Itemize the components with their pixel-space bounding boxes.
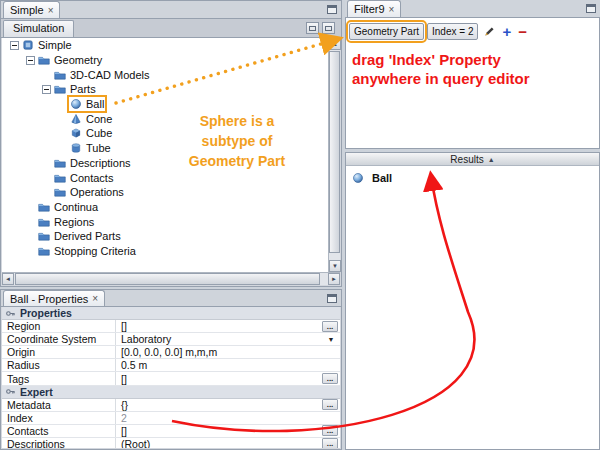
property-value[interactable]: 0.5 m <box>116 359 322 371</box>
tab-simulation[interactable]: Simulation <box>3 20 74 37</box>
tab-simple-label: Simple <box>10 4 44 16</box>
scrollbar-thumb[interactable] <box>15 273 320 285</box>
sphere-icon <box>70 98 82 110</box>
add-filter-icon[interactable]: + <box>502 25 511 38</box>
scrollbar-track[interactable] <box>14 273 328 285</box>
query-chip-geometry-part[interactable]: Geometry Part <box>349 23 424 40</box>
tree-item-label: Cube <box>86 127 112 139</box>
property-value[interactable]: [0.0, 0.0, 0.0] m,m,m <box>116 346 322 358</box>
section-label: Expert <box>20 386 53 398</box>
results-panel: Results ▲ Ball <box>345 152 600 450</box>
close-icon[interactable]: × <box>389 4 395 15</box>
vertical-scrollbar[interactable]: ▲ ▼ <box>328 38 340 272</box>
property-row-descriptions[interactable]: Descriptions (Root) ... <box>2 438 340 448</box>
tree-item-stopping-criteria[interactable]: Stopping Criteria <box>2 244 328 259</box>
property-row-origin[interactable]: Origin [0.0, 0.0, 0.0] m,m,m <box>2 346 340 359</box>
key-icon <box>5 308 16 319</box>
scrollbar-thumb[interactable] <box>329 51 340 253</box>
folder-icon <box>54 157 66 169</box>
tree-item-label: Tube <box>86 142 111 154</box>
folder-icon <box>38 230 50 242</box>
tree-item-derived-parts[interactable]: Derived Parts <box>2 229 328 244</box>
scroll-down-button[interactable]: ▼ <box>329 260 341 272</box>
collapse-icon[interactable] <box>26 56 35 65</box>
section-properties[interactable]: Properties <box>2 307 340 320</box>
tree-item-continua[interactable]: Continua <box>2 200 328 215</box>
property-row-contacts[interactable]: Contacts [] ... <box>2 425 340 438</box>
edit-pencil-icon[interactable] <box>483 25 496 38</box>
collapse-arrow-icon: ▲ <box>488 156 495 163</box>
results-label: Results <box>450 154 483 165</box>
collapse-icon[interactable] <box>10 41 19 50</box>
dropdown-arrow-icon[interactable]: ▼ <box>322 336 340 343</box>
ellipsis-button[interactable]: ... <box>322 373 338 384</box>
float-window-icon[interactable] <box>586 4 596 13</box>
horizontal-scrollbar[interactable]: ◄ ► <box>2 272 340 285</box>
tab-ball-properties[interactable]: Ball - Properties × <box>3 290 105 306</box>
section-expert[interactable]: Expert <box>2 386 340 399</box>
ellipsis-button[interactable]: ... <box>322 425 338 436</box>
property-value[interactable]: {} <box>116 399 322 411</box>
results-header[interactable]: Results ▲ <box>346 153 599 166</box>
scroll-right-button[interactable]: ► <box>328 273 340 285</box>
tree-item-label: Operations <box>70 186 124 198</box>
remove-filter-icon[interactable]: − <box>518 25 527 38</box>
close-icon[interactable]: × <box>48 5 54 16</box>
float-window-icon[interactable] <box>327 294 337 303</box>
properties-table: Properties Region [] ... Coordinate Syst… <box>2 307 340 448</box>
property-value[interactable]: [] <box>116 320 322 332</box>
scrollbar-track[interactable] <box>329 50 340 260</box>
folder-icon <box>38 201 50 213</box>
application-window: Simple × Simulation Simple Geometry <box>0 0 600 450</box>
tree-item-regions[interactable]: Regions <box>2 214 328 229</box>
tab-simple[interactable]: Simple × <box>3 1 60 18</box>
property-row-tags[interactable]: Tags [] ... <box>2 372 340 385</box>
ellipsis-button[interactable]: ... <box>322 399 338 410</box>
tree-item-label: Regions <box>54 216 94 228</box>
pin-window-icon[interactable] <box>306 22 319 34</box>
property-value[interactable]: Laboratory <box>116 333 322 345</box>
tree-item-geometry[interactable]: Geometry <box>2 53 328 68</box>
close-icon[interactable]: × <box>92 293 98 304</box>
scroll-up-button[interactable]: ▲ <box>329 38 341 50</box>
folder-icon <box>54 186 66 198</box>
ellipsis-button[interactable]: ... <box>322 321 338 332</box>
query-chip-index[interactable]: Index = 2 <box>427 23 478 40</box>
tree-item-operations[interactable]: Operations <box>2 185 328 200</box>
tree-item-label: 3D-CAD Models <box>70 69 149 81</box>
property-row-radius[interactable]: Radius 0.5 m <box>2 359 340 372</box>
tree-item-label: Continua <box>54 201 98 213</box>
folder-icon <box>54 69 66 81</box>
tree-item-parts[interactable]: Parts <box>2 82 328 97</box>
property-value[interactable]: [] <box>116 373 322 385</box>
tree-item-label: Derived Parts <box>54 230 121 242</box>
float-window-icon[interactable] <box>327 5 337 14</box>
tree-item-contacts[interactable]: Contacts <box>2 170 328 185</box>
property-row-coordinate-system[interactable]: Coordinate System Laboratory ▼ <box>2 333 340 346</box>
property-value[interactable]: 2 <box>116 412 322 424</box>
sphere-icon <box>352 172 364 184</box>
tab-ball-properties-label: Ball - Properties <box>10 293 88 305</box>
result-item-ball[interactable]: Ball <box>352 172 599 184</box>
collapse-icon[interactable] <box>42 85 51 94</box>
property-name: Contacts <box>2 425 116 437</box>
query-chip-row: Geometry Part Index = 2 + − <box>346 18 599 45</box>
property-name: Radius <box>2 359 116 371</box>
property-value[interactable]: [] <box>116 425 322 437</box>
properties-tab-bar: Ball - Properties × <box>1 290 341 307</box>
property-row-index[interactable]: Index 2 <box>2 412 340 425</box>
scroll-left-button[interactable]: ◄ <box>2 273 14 285</box>
property-row-region[interactable]: Region [] ... <box>2 320 340 333</box>
key-icon <box>5 386 16 397</box>
tab-filter9[interactable]: Filter9 × <box>347 0 401 17</box>
tree-item-simple[interactable]: Simple <box>2 38 328 53</box>
explorer-tab-bar: Simple × <box>1 1 341 19</box>
tree-item-ball[interactable]: Ball <box>2 97 328 112</box>
property-name: Coordinate System <box>2 333 116 345</box>
tree-item-3d-cad-models[interactable]: 3D-CAD Models <box>2 67 328 82</box>
result-label: Ball <box>372 172 392 184</box>
restore-window-icon[interactable] <box>322 22 335 34</box>
property-row-metadata[interactable]: Metadata {} ... <box>2 399 340 412</box>
ellipsis-button[interactable]: ... <box>322 438 338 448</box>
property-value[interactable]: (Root) <box>116 438 322 448</box>
